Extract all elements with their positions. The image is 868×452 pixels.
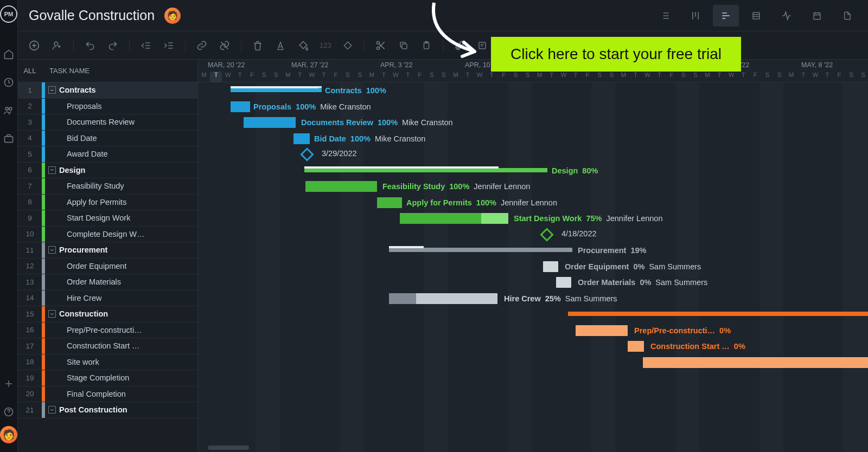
task-row[interactable]: 2Proposals (18, 99, 197, 115)
task-bar[interactable] (556, 277, 571, 288)
task-row[interactable]: 7Feasibility Study (18, 178, 197, 195)
task-row[interactable]: 8Apply for Permits (18, 195, 197, 211)
task-bar[interactable] (293, 133, 310, 144)
task-bar[interactable] (244, 117, 296, 128)
task-bar[interactable] (543, 261, 558, 272)
files-view-icon[interactable] (834, 5, 860, 27)
task-row[interactable]: 20Final Completion (18, 386, 197, 403)
note-icon[interactable] (474, 37, 491, 54)
milestone-marker[interactable] (300, 147, 314, 161)
col-all-header[interactable]: ALL (18, 67, 42, 75)
expander-icon[interactable]: − (48, 310, 56, 318)
expander-icon[interactable]: − (48, 406, 56, 414)
task-row[interactable]: 5Award Date (18, 146, 197, 163)
task-bar[interactable] (400, 213, 508, 224)
paste-icon[interactable] (418, 37, 435, 54)
attach-icon[interactable] (451, 37, 468, 54)
home-icon[interactable] (2, 48, 15, 61)
help-icon[interactable] (2, 405, 15, 418)
project-avatar[interactable]: 🧑 (164, 8, 181, 24)
sheet-view-icon[interactable] (743, 5, 769, 27)
col-name-header[interactable]: TASK NAME (45, 67, 197, 75)
task-row[interactable]: 1−Contracts (18, 82, 197, 99)
bar-label: Prep/Pre-constructi…0% (634, 325, 731, 336)
task-bar[interactable] (576, 325, 628, 336)
task-row[interactable]: 14Hire Crew (18, 290, 197, 307)
day-label: W (641, 72, 653, 82)
board-view-icon[interactable] (682, 5, 709, 27)
add-task-icon[interactable] (25, 37, 43, 54)
summary-bar[interactable] (231, 88, 322, 92)
link-icon[interactable] (193, 37, 210, 54)
user-avatar[interactable] (0, 426, 17, 443)
gantt-lane: Feasibility Study100%Jennifer Lennon (198, 178, 868, 195)
project-title[interactable]: Govalle Construction (29, 8, 155, 23)
gantt-lane (198, 386, 868, 403)
activity-view-icon[interactable] (774, 5, 800, 27)
unlink-icon[interactable] (216, 37, 233, 54)
day-label: S (426, 72, 438, 82)
task-row[interactable]: 18Site work (18, 354, 197, 371)
calendar-view-icon[interactable] (804, 5, 830, 27)
cta-banner[interactable]: Click here to start your free trial (491, 37, 741, 72)
outdent-icon[interactable] (137, 37, 155, 54)
expander-icon[interactable]: − (48, 166, 56, 174)
briefcase-icon[interactable] (2, 132, 15, 145)
task-name: Design (59, 166, 85, 175)
task-row[interactable]: 9Start Design Work (18, 210, 197, 227)
task-row[interactable]: 12Order Equipment (18, 259, 197, 275)
row-number: 16 (18, 326, 42, 334)
summary-bar[interactable] (389, 248, 572, 252)
gantt-view-icon[interactable] (713, 5, 739, 27)
app-logo[interactable]: PM (0, 5, 17, 23)
cut-icon[interactable] (372, 37, 390, 54)
recent-icon[interactable] (2, 76, 15, 89)
task-bar[interactable] (628, 341, 644, 352)
summary-bar[interactable] (304, 168, 547, 172)
delete-icon[interactable] (249, 37, 266, 54)
task-row[interactable]: 16Prep/Pre-constructi… (18, 322, 197, 339)
task-row[interactable]: 10Complete Design W… (18, 227, 197, 243)
task-bar[interactable] (231, 101, 250, 112)
summary-bar[interactable] (568, 312, 868, 316)
gantt-chart[interactable]: MAR, 20 '22MAR, 27 '22APR, 3 '22APR, 10 … (198, 60, 868, 452)
undo-icon[interactable] (81, 37, 99, 54)
redo-icon[interactable] (104, 37, 122, 54)
task-bar[interactable] (377, 197, 402, 208)
task-row[interactable]: 4Bid Date (18, 131, 197, 147)
day-label: W (474, 72, 486, 82)
copy-icon[interactable] (395, 37, 412, 54)
day-label: T (402, 72, 414, 82)
bar-label: Procurement19% (578, 245, 646, 256)
task-row[interactable]: 11−Procurement (18, 242, 197, 259)
add-icon[interactable] (2, 377, 15, 390)
day-label: W (809, 72, 821, 82)
horizontal-scrollbar[interactable] (208, 445, 249, 450)
day-label: F (414, 72, 426, 82)
milestone-marker[interactable] (540, 228, 553, 241)
fill-icon[interactable] (295, 37, 312, 54)
task-bar[interactable] (305, 181, 377, 192)
task-row[interactable]: 17Construction Start … (18, 338, 197, 354)
task-row[interactable]: 15−Construction (18, 306, 197, 322)
milestone-icon[interactable] (339, 37, 356, 54)
task-row[interactable]: 3Documents Review (18, 114, 197, 131)
assign-icon[interactable] (48, 37, 66, 54)
task-bar[interactable] (643, 357, 868, 368)
day-label: S (509, 72, 521, 82)
expander-icon[interactable]: − (48, 86, 56, 94)
bar-label: Order Materials0%Sam Summers (578, 277, 707, 288)
day-label: S (845, 72, 857, 82)
day-label: S (342, 72, 354, 82)
task-row[interactable]: 19Stage Completion (18, 370, 197, 386)
task-row[interactable]: 21−Post Construction (18, 402, 197, 418)
task-row[interactable]: 6−Design (18, 163, 197, 179)
svg-rect-3 (5, 137, 13, 143)
expander-icon[interactable]: − (48, 246, 56, 254)
team-icon[interactable] (2, 104, 15, 117)
text-style-icon[interactable] (272, 37, 289, 54)
task-bar[interactable] (389, 293, 497, 304)
list-view-icon[interactable] (652, 5, 678, 27)
indent-icon[interactable] (160, 37, 177, 54)
task-row[interactable]: 13Order Materials (18, 274, 197, 290)
